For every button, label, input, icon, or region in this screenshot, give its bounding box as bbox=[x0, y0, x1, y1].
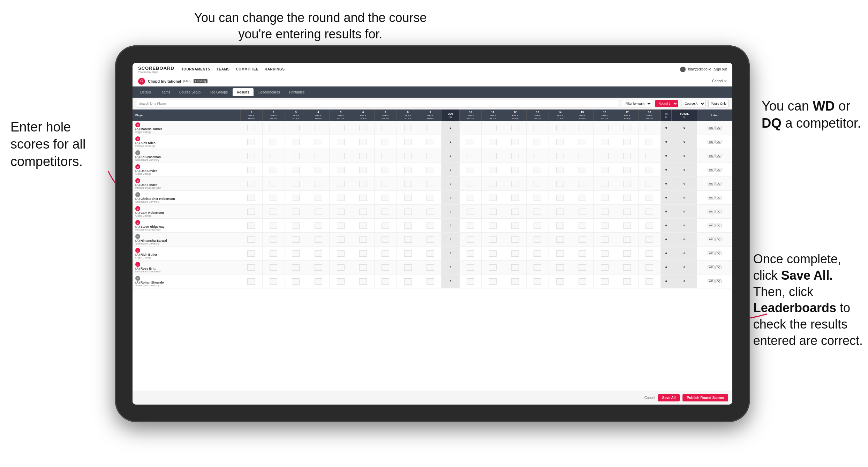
hole-9-input[interactable] bbox=[427, 223, 434, 229]
hole-4-input[interactable] bbox=[315, 209, 322, 215]
hole-16-input[interactable] bbox=[601, 125, 609, 131]
hole-2-input[interactable] bbox=[270, 250, 277, 257]
hole-13-input[interactable] bbox=[534, 278, 541, 285]
hole-3-input[interactable] bbox=[292, 167, 300, 173]
hole-2-input[interactable] bbox=[270, 125, 277, 131]
hole-15-input[interactable] bbox=[579, 167, 586, 173]
hole-16-input[interactable] bbox=[601, 153, 609, 159]
hole-6-input[interactable] bbox=[359, 209, 367, 215]
totals-only-button[interactable]: Totals Only bbox=[708, 100, 729, 107]
dq-button[interactable]: DQ bbox=[715, 154, 722, 158]
hole-6-input[interactable] bbox=[359, 125, 367, 131]
hole-3-input[interactable] bbox=[292, 153, 300, 159]
dq-button[interactable]: DQ bbox=[715, 279, 722, 283]
hole-17-input[interactable] bbox=[623, 209, 631, 215]
hole-5-input[interactable] bbox=[337, 195, 345, 201]
hole-6-input[interactable] bbox=[359, 167, 367, 173]
wd-button[interactable]: WD bbox=[708, 251, 715, 255]
dq-button[interactable]: DQ bbox=[715, 210, 722, 213]
hole-8-input[interactable] bbox=[404, 250, 412, 257]
hole-6-input[interactable] bbox=[359, 153, 367, 159]
hole-5-input[interactable] bbox=[337, 209, 345, 215]
hole-7-input[interactable] bbox=[382, 153, 389, 159]
hole-9-input[interactable] bbox=[427, 167, 434, 173]
hole-15-input[interactable] bbox=[579, 223, 586, 229]
nav-rankings[interactable]: RANKINGS bbox=[265, 67, 285, 71]
hole-3-input[interactable] bbox=[292, 209, 300, 215]
hole-13-input[interactable] bbox=[534, 236, 541, 243]
hole-4-input[interactable] bbox=[315, 181, 322, 187]
hole-9-input[interactable] bbox=[427, 153, 434, 159]
hole-5-input[interactable] bbox=[337, 153, 345, 159]
hole-15-input[interactable] bbox=[579, 278, 586, 285]
hole-10-input[interactable] bbox=[467, 264, 474, 271]
hole-17-input[interactable] bbox=[623, 250, 631, 257]
hole-2-input[interactable] bbox=[270, 278, 277, 285]
hole-1-input[interactable] bbox=[247, 223, 255, 229]
hole-17-input[interactable] bbox=[623, 278, 631, 285]
wd-button[interactable]: WD bbox=[708, 126, 715, 130]
hole-16-input[interactable] bbox=[601, 223, 609, 229]
hole-2-input[interactable] bbox=[270, 236, 277, 243]
hole-3-input[interactable] bbox=[292, 250, 300, 257]
hole-16-input[interactable] bbox=[601, 236, 609, 243]
hole-1-input[interactable] bbox=[247, 153, 255, 159]
hole-9-input[interactable] bbox=[427, 195, 434, 201]
hole-8-input[interactable] bbox=[404, 167, 412, 173]
hole-2-input[interactable] bbox=[270, 264, 277, 271]
nav-tournaments[interactable]: TOURNAMENTS bbox=[181, 67, 210, 71]
hole-3-input[interactable] bbox=[292, 236, 300, 243]
hole-18-input[interactable] bbox=[646, 209, 653, 215]
hole-13-input[interactable] bbox=[534, 250, 541, 257]
hole-18-input[interactable] bbox=[646, 139, 653, 145]
hole-14-input[interactable] bbox=[556, 195, 564, 201]
hole-7-input[interactable] bbox=[382, 167, 389, 173]
hole-17-input[interactable] bbox=[623, 195, 631, 201]
tab-tee-groups[interactable]: Tee Groups bbox=[205, 88, 232, 96]
wd-button[interactable]: WD bbox=[708, 279, 715, 283]
hole-13-input[interactable] bbox=[534, 181, 541, 187]
cancel-action-button[interactable]: Cancel bbox=[644, 396, 655, 400]
tab-results[interactable]: Results bbox=[233, 88, 254, 96]
hole-15-input[interactable] bbox=[579, 181, 586, 187]
hole-6-input[interactable] bbox=[359, 264, 367, 271]
hole-6-input[interactable] bbox=[359, 139, 367, 145]
hole-10-input[interactable] bbox=[467, 236, 474, 243]
dq-button[interactable]: DQ bbox=[715, 168, 722, 172]
hole-10-input[interactable] bbox=[467, 139, 474, 145]
hole-2-input[interactable] bbox=[270, 167, 277, 173]
hole-15-input[interactable] bbox=[579, 195, 586, 201]
hole-10-input[interactable] bbox=[467, 181, 474, 187]
hole-1-input[interactable] bbox=[247, 139, 255, 145]
hole-9-input[interactable] bbox=[427, 209, 434, 215]
hole-10-input[interactable] bbox=[467, 278, 474, 285]
hole-17-input[interactable] bbox=[623, 153, 631, 159]
sign-out-link[interactable]: Sign out bbox=[714, 67, 727, 71]
hole-11-input[interactable] bbox=[489, 264, 497, 271]
hole-10-input[interactable] bbox=[467, 167, 474, 173]
hole-4-input[interactable] bbox=[315, 250, 322, 257]
hole-5-input[interactable] bbox=[337, 139, 345, 145]
hole-11-input[interactable] bbox=[489, 153, 497, 159]
hole-2-input[interactable] bbox=[270, 223, 277, 229]
wd-button[interactable]: WD bbox=[708, 265, 715, 269]
hole-12-input[interactable] bbox=[511, 223, 519, 229]
hole-10-input[interactable] bbox=[467, 209, 474, 215]
hole-9-input[interactable] bbox=[427, 125, 434, 131]
wd-button[interactable]: WD bbox=[708, 210, 715, 213]
hole-12-input[interactable] bbox=[511, 250, 519, 257]
wd-button[interactable]: WD bbox=[708, 140, 715, 144]
hole-8-input[interactable] bbox=[404, 139, 412, 145]
dq-button[interactable]: DQ bbox=[715, 238, 722, 241]
hole-11-input[interactable] bbox=[489, 209, 497, 215]
hole-18-input[interactable] bbox=[646, 278, 653, 285]
hole-2-input[interactable] bbox=[270, 181, 277, 187]
hole-18-input[interactable] bbox=[646, 195, 653, 201]
dq-button[interactable]: DQ bbox=[715, 224, 722, 227]
hole-4-input[interactable] bbox=[315, 264, 322, 271]
hole-2-input[interactable] bbox=[270, 153, 277, 159]
hole-3-input[interactable] bbox=[292, 223, 300, 229]
hole-12-input[interactable] bbox=[511, 278, 519, 285]
hole-17-input[interactable] bbox=[623, 139, 631, 145]
hole-17-input[interactable] bbox=[623, 181, 631, 187]
